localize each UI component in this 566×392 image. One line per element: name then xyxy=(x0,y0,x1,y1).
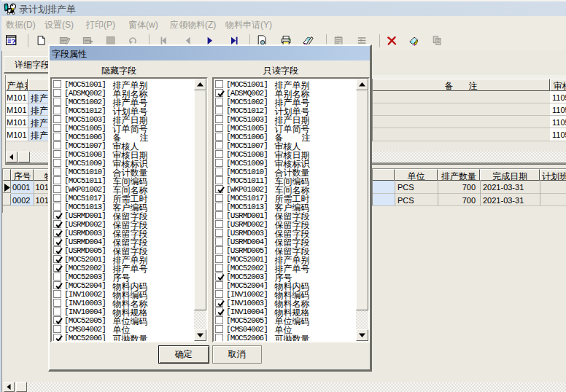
svg-text:?: ? xyxy=(12,37,16,47)
